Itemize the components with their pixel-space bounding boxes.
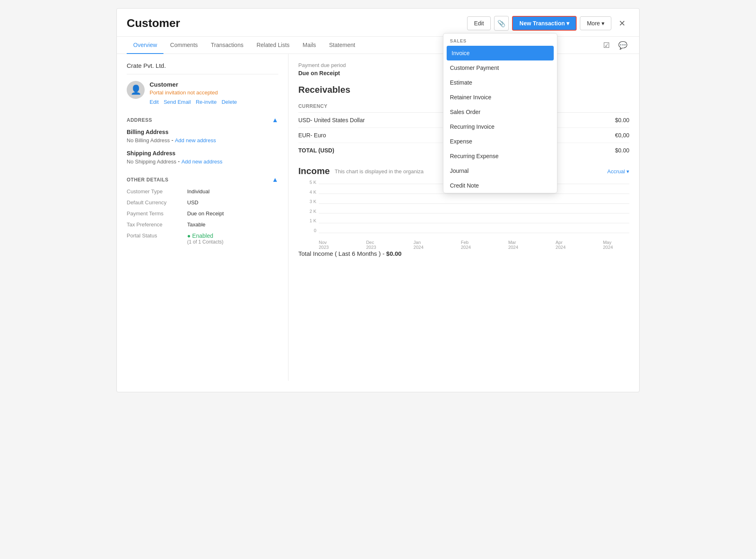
- address-section-title: ADDRESS: [127, 117, 152, 123]
- edit-customer-link[interactable]: Edit: [150, 99, 159, 105]
- customer-type-label: Customer Type: [127, 188, 184, 195]
- payment-terms-label: Payment Terms: [127, 210, 184, 217]
- income-total-label: Total Income ( Last 6 Months ) -: [298, 250, 385, 257]
- green-dot-icon: ●: [187, 233, 192, 239]
- reinvite-link[interactable]: Re-invite: [196, 99, 217, 105]
- new-transaction-button[interactable]: New Transaction ▾: [512, 16, 577, 31]
- tax-preference-value: Taxable: [187, 221, 278, 228]
- billing-address-block: Billing Address No Billing Address - Add…: [127, 129, 278, 143]
- dropdown-items-list: Invoice Customer Payment Estimate Retain…: [443, 46, 557, 193]
- edit-button[interactable]: Edit: [467, 16, 491, 30]
- dropdown-item-sales-order[interactable]: Sales Order: [443, 105, 557, 119]
- customer-name-label: Customer: [150, 81, 278, 88]
- other-details-chevron-icon[interactable]: ▲: [272, 176, 278, 183]
- tab-statement[interactable]: Statement: [322, 37, 362, 54]
- default-currency-value: USD: [187, 199, 278, 206]
- dropdown-item-expense[interactable]: Expense: [443, 134, 557, 149]
- customer-info: 👤 Customer Portal invitation not accepte…: [127, 81, 278, 105]
- more-button[interactable]: More ▾: [580, 16, 611, 30]
- tab-transactions[interactable]: Transactions: [204, 37, 250, 54]
- x-label-apr: Apr2024: [556, 240, 566, 250]
- tab-mails[interactable]: Mails: [296, 37, 323, 54]
- address-chevron-icon[interactable]: ▲: [272, 116, 278, 124]
- customer-details: Customer Portal invitation not accepted …: [150, 81, 278, 105]
- new-transaction-dropdown: SALES Invoice Customer Payment Estimate …: [443, 33, 557, 193]
- dropdown-item-recurring-invoice[interactable]: Recurring Invoice: [443, 119, 557, 134]
- dropdown-item-customer-payment[interactable]: Customer Payment: [443, 60, 557, 75]
- x-label-may: May2024: [603, 240, 613, 250]
- billing-address-label: Billing Address: [127, 129, 278, 135]
- portal-status-value-container: ● Enabled (1 of 1 Contacts): [187, 233, 278, 245]
- attach-icon: 📎: [497, 20, 505, 27]
- billing-dash: -: [171, 137, 175, 143]
- dropdown-item-invoice[interactable]: Invoice: [447, 46, 554, 60]
- tab-icons: ☑ 💬: [600, 39, 629, 52]
- y-label-3k: 3 K: [298, 199, 316, 204]
- attach-button[interactable]: 📎: [494, 16, 509, 31]
- tab-comments[interactable]: Comments: [163, 37, 204, 54]
- page-container: Customer Edit 📎 New Transaction ▾ More ▾…: [116, 8, 640, 392]
- dropdown-item-recurring-expense[interactable]: Recurring Expense: [443, 149, 557, 163]
- x-label-dec: Dec2023: [366, 240, 376, 250]
- tab-bar: Overview Comments Transactions Related L…: [117, 37, 639, 54]
- checklist-icon[interactable]: ☑: [600, 39, 613, 52]
- chart-y-axis: 5 K 4 K 3 K 2 K 1 K 0: [298, 180, 316, 233]
- tab-related-lists[interactable]: Related Lists: [250, 37, 296, 54]
- y-label-0: 0: [298, 228, 316, 233]
- shipping-address-label: Shipping Address: [127, 150, 278, 157]
- delete-customer-link[interactable]: Delete: [221, 99, 237, 105]
- income-title: Income: [298, 166, 330, 177]
- x-label-mar: Mar2024: [508, 240, 518, 250]
- income-total: Total Income ( Last 6 Months ) - $0.00: [298, 250, 629, 257]
- page-header: Customer Edit 📎 New Transaction ▾ More ▾…: [117, 9, 639, 37]
- left-panel: Crate Pvt. Ltd. 👤 Customer Portal invita…: [117, 54, 289, 381]
- dropdown-item-credit-note[interactable]: Credit Note: [443, 178, 557, 193]
- portal-status-enabled: ● Enabled: [187, 233, 213, 239]
- chart-x-labels: Nov2023 Dec2023 Jan2024 Feb2024 Mar2024 …: [298, 240, 629, 250]
- other-details-section-header: OTHER DETAILS ▲: [127, 173, 278, 183]
- tax-preference-label: Tax Preference: [127, 221, 184, 228]
- address-section-header: ADDRESS ▲: [127, 113, 278, 124]
- dropdown-item-journal[interactable]: Journal: [443, 163, 557, 178]
- y-label-4k: 4 K: [298, 190, 316, 195]
- close-button[interactable]: ✕: [615, 16, 629, 31]
- add-billing-address-link[interactable]: Add new address: [175, 137, 216, 143]
- tab-overview[interactable]: Overview: [127, 37, 163, 54]
- shipping-dash: -: [178, 158, 181, 165]
- y-label-2k: 2 K: [298, 209, 316, 214]
- other-details-grid: Customer Type Individual Default Currenc…: [127, 188, 278, 245]
- portal-status-label: Portal Status: [127, 233, 184, 245]
- shipping-address-value: No Shipping Address: [127, 159, 176, 165]
- x-label-nov: Nov2023: [319, 240, 329, 250]
- add-shipping-address-link[interactable]: Add new address: [181, 159, 222, 165]
- income-subtitle: This chart is displayed in the organiza: [335, 168, 424, 174]
- default-currency-label: Default Currency: [127, 199, 184, 206]
- customer-action-links: Edit Send Email Re-invite Delete: [150, 99, 278, 105]
- avatar: 👤: [127, 81, 145, 99]
- dropdown-sales-label: SALES: [443, 34, 557, 46]
- income-total-value: $0.00: [386, 250, 402, 257]
- user-icon: 👤: [130, 85, 141, 95]
- billing-address-value: No Billing Address: [127, 137, 170, 143]
- chat-icon[interactable]: 💬: [616, 39, 629, 52]
- portal-status-sub: (1 of 1 Contacts): [187, 239, 278, 245]
- company-name: Crate Pvt. Ltd.: [127, 62, 278, 74]
- other-details-title: OTHER DETAILS: [127, 177, 168, 183]
- header-actions: Edit 📎 New Transaction ▾ More ▾ ✕: [467, 16, 629, 31]
- page-title: Customer: [127, 17, 180, 30]
- portal-invitation-status: Portal invitation not accepted: [150, 89, 278, 96]
- customer-type-value: Individual: [187, 188, 278, 195]
- content-area: Crate Pvt. Ltd. 👤 Customer Portal invita…: [117, 54, 639, 381]
- y-label-5k: 5 K: [298, 180, 316, 185]
- x-label-feb: Feb2024: [461, 240, 471, 250]
- x-label-jan: Jan2024: [414, 240, 423, 250]
- payment-terms-value: Due on Receipt: [187, 210, 278, 217]
- shipping-address-block: Shipping Address No Shipping Address - A…: [127, 150, 278, 165]
- send-email-link[interactable]: Send Email: [163, 99, 190, 105]
- dropdown-item-estimate[interactable]: Estimate: [443, 75, 557, 90]
- accrual-dropdown[interactable]: Accrual ▾: [607, 168, 629, 174]
- y-label-1k: 1 K: [298, 218, 316, 223]
- dropdown-item-retainer-invoice[interactable]: Retainer Invoice: [443, 90, 557, 105]
